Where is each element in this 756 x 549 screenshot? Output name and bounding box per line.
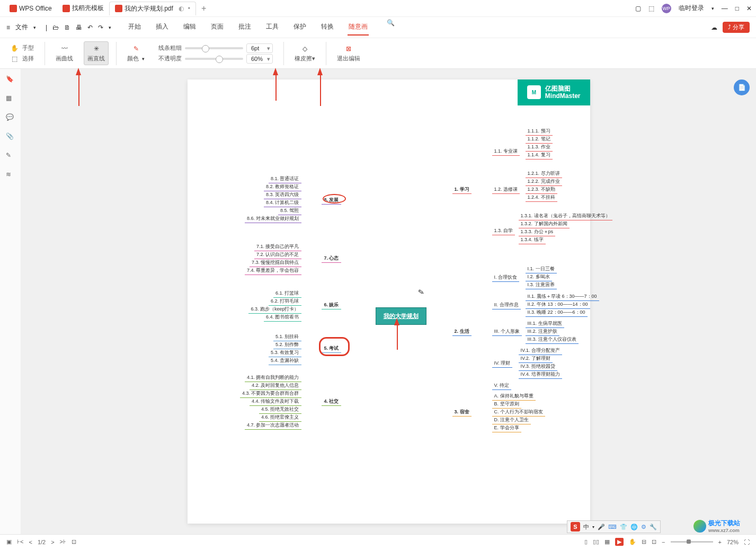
share-button[interactable]: ⤴ 分享 [723, 22, 750, 33]
cloud-icon[interactable]: ☁ [711, 24, 717, 31]
mtab-page[interactable]: 页面 [210, 19, 225, 36]
tab-wps[interactable]: WPS Office [4, 2, 57, 15]
app-tabs: WPS Office 找稻壳模板 我的大学规划.pdf◐• + [4, 2, 635, 15]
opacity-label: 不透明度 [158, 55, 182, 63]
exit-edit[interactable]: ⊠退出编辑 [334, 42, 363, 65]
cube-icon[interactable]: ▢ [635, 5, 641, 12]
mtab-draw[interactable]: 随意画 [348, 19, 369, 36]
window-controls: ▢ ⬚ WP 临时登录▾ — □ ✕ [635, 4, 752, 13]
mtab-edit[interactable]: 编辑 [182, 19, 197, 36]
avatar[interactable]: WP [662, 4, 671, 13]
tab-label: 我的大学规划.pdf [124, 4, 173, 13]
close-button[interactable]: ✕ [746, 5, 752, 12]
tab-label: WPS Office [19, 5, 52, 12]
menu-icon[interactable]: ≡ [6, 24, 10, 31]
curve-icon: 〰 [60, 44, 69, 54]
wps-icon [10, 5, 17, 12]
line-tool[interactable]: ✳画直线 [84, 41, 109, 65]
tab-templates[interactable]: 找稻壳模板 [57, 2, 109, 15]
print-icon[interactable]: 🖶 [76, 24, 82, 31]
color-picker[interactable]: 颜色 [127, 55, 139, 63]
login-status[interactable]: 临时登录 [679, 4, 704, 13]
menu-left: ≡ 文件▾ | 🗁 🗎 🖶 ↶ ↷▾ [6, 23, 111, 32]
redo-icon[interactable]: ↷ [98, 24, 103, 31]
menubar: ≡ 文件▾ | 🗁 🗎 🖶 ↶ ↷▾ 开始 插入 编辑 页面 批注 工具 保护 … [0, 17, 756, 38]
mtab-start[interactable]: 开始 [127, 19, 142, 36]
tab-document[interactable]: 我的大学规划.pdf◐• [109, 2, 196, 15]
template-icon [63, 5, 70, 12]
annotation-arrowhead-2 [273, 68, 278, 69]
thickness-label: 线条粗细 [158, 44, 182, 52]
close-icon: ⊠ [344, 44, 353, 54]
opacity-slider[interactable] [185, 58, 243, 60]
mtab-protect[interactable]: 保护 [292, 19, 307, 36]
hand-tool[interactable]: 手型 [22, 44, 34, 52]
curve-tool[interactable]: 〰画曲线 [52, 42, 76, 65]
eraser-tool[interactable]: ◇橡皮擦▾ [291, 42, 318, 65]
undo-icon[interactable]: ↶ [87, 24, 93, 31]
select-tool[interactable]: 选择 [22, 55, 34, 63]
mtab-comment[interactable]: 批注 [237, 19, 252, 36]
tab-label: 找稻壳模板 [72, 4, 104, 13]
annotation-arrowhead-1 [76, 68, 81, 69]
titlebar: WPS Office 找稻壳模板 我的大学规划.pdf◐• + ▢ ⬚ WP 临… [0, 0, 756, 17]
tab-add[interactable]: + [196, 2, 211, 15]
line-icon: ✳ [92, 44, 101, 54]
minimize-button[interactable]: — [722, 5, 728, 12]
save-icon[interactable]: 🗎 [64, 24, 70, 31]
pdf-icon [115, 5, 122, 12]
thickness-value[interactable]: 6pt [246, 43, 273, 53]
open-icon[interactable]: 🗁 [52, 24, 59, 31]
box-icon[interactable]: ⬚ [648, 5, 654, 12]
pen-color-icon: ✎ [131, 44, 141, 54]
draw-toolbar: ✋手型 ⬚选择 〰画曲线 ✳画直线 ✎ 颜色▾ 线条粗细6pt 不透明度60% … [0, 38, 756, 69]
eraser-icon: ◇ [300, 44, 310, 54]
annotation-arrowhead-3 [317, 68, 323, 69]
search-icon[interactable]: 🔍 [387, 19, 395, 36]
mtab-tools[interactable]: 工具 [265, 19, 280, 36]
file-menu[interactable]: 文件 [15, 23, 28, 32]
mtab-convert[interactable]: 转换 [320, 19, 335, 36]
thickness-slider[interactable] [185, 47, 243, 49]
maximize-button[interactable]: □ [735, 5, 739, 12]
opacity-value[interactable]: 60% [246, 54, 273, 64]
menu-tabs: 开始 插入 编辑 页面 批注 工具 保护 转换 随意画 🔍 [127, 19, 395, 36]
hand-icon: ✋ [10, 43, 19, 53]
mtab-insert[interactable]: 插入 [155, 19, 170, 36]
select-icon: ⬚ [10, 54, 19, 64]
